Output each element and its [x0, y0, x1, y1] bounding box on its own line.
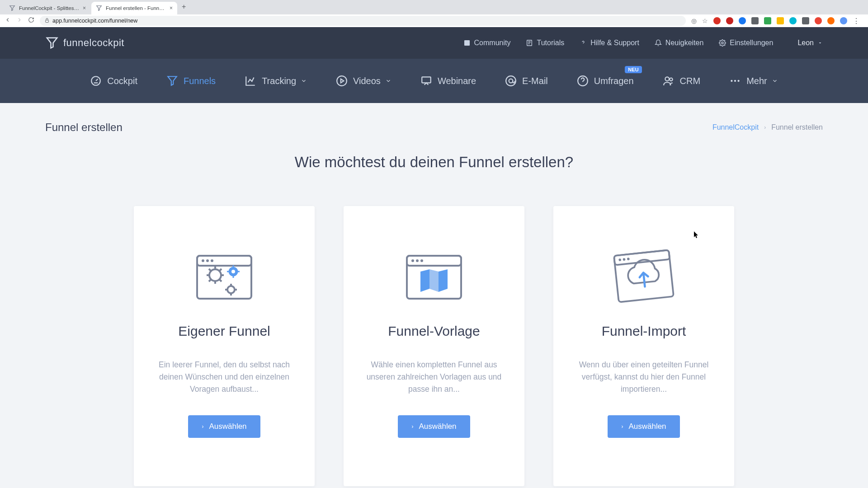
headline: Wie möchtest du deinen Funnel erstellen?: [0, 154, 868, 171]
url-field[interactable]: app.funnelcockpit.com/funnel/new: [40, 16, 686, 26]
svg-rect-41: [407, 256, 461, 266]
support-link[interactable]: Hilfe & Support: [580, 39, 639, 47]
news-link[interactable]: Neuigkeiten: [655, 39, 704, 47]
close-icon[interactable]: ×: [170, 5, 173, 11]
avatar-icon[interactable]: [840, 17, 847, 24]
funnel-favicon: [9, 5, 15, 11]
svg-point-12: [731, 80, 732, 82]
url-text: app.funnelcockpit.com/funnel/new: [52, 18, 137, 24]
ext-icon[interactable]: ◎: [691, 17, 697, 24]
button-label: Auswählen: [419, 422, 456, 431]
nav-tracking[interactable]: Tracking: [245, 75, 307, 87]
nav-email[interactable]: E-Mail: [505, 75, 548, 87]
community-link[interactable]: Community: [463, 39, 511, 47]
link-label: Tutorials: [537, 39, 564, 47]
new-tab-button[interactable]: +: [178, 3, 189, 11]
svg-point-42: [411, 259, 414, 262]
back-button[interactable]: [5, 17, 11, 25]
svg-rect-0: [46, 20, 49, 22]
template-illustration: [400, 247, 468, 305]
top-links: Community Tutorials Hilfe & Support Neui…: [463, 39, 823, 47]
star-icon[interactable]: ☆: [702, 17, 708, 24]
ext-icon[interactable]: [815, 17, 822, 24]
nav-videos[interactable]: Videos: [336, 75, 392, 87]
page-header: Funnel erstellen FunnelCockpit › Funnel …: [0, 103, 868, 138]
svg-point-5: [337, 76, 347, 86]
svg-point-49: [627, 258, 630, 260]
svg-point-19: [211, 259, 213, 262]
more-icon: [729, 75, 741, 87]
nav-webinare[interactable]: Webinare: [420, 75, 476, 87]
ext-icon[interactable]: [726, 17, 733, 24]
link-label: Einstellungen: [730, 39, 773, 47]
ext-icon[interactable]: [789, 17, 797, 24]
ext-icon[interactable]: [764, 17, 771, 24]
nav-cockpit[interactable]: Cockpit: [90, 75, 137, 87]
url-bar: app.funnelcockpit.com/funnel/new ◎ ☆ ⋮: [0, 14, 868, 27]
user-menu[interactable]: Leon: [797, 39, 823, 47]
nav-umfragen[interactable]: Umfragen NEU: [577, 75, 634, 87]
card-own-funnel: Eigener Funnel Ein leerer Funnel, den du…: [134, 206, 315, 486]
svg-rect-46: [614, 250, 670, 265]
ext-icon[interactable]: [751, 17, 759, 24]
nav-mehr[interactable]: Mehr: [729, 75, 778, 87]
card-import: Funnel-Import Wenn du über einen geteilt…: [553, 206, 734, 486]
nav-label: E-Mail: [522, 76, 548, 86]
button-label: Auswählen: [628, 422, 666, 431]
ext-icon[interactable]: [739, 17, 746, 24]
chevron-down-icon: [301, 78, 307, 84]
svg-rect-1: [464, 40, 470, 46]
user-name: Leon: [797, 39, 814, 47]
nav-label: Webinare: [438, 76, 476, 86]
card-desc: Wenn du über einen geteilten Funnel verf…: [571, 359, 716, 395]
chevron-down-icon: [817, 40, 823, 46]
browser-tab-2[interactable]: Funnel erstellen - FunnelCock… ×: [91, 2, 177, 14]
card-title: Funnel-Import: [602, 324, 686, 339]
browser-tabs: FunnelCockpit - Splittests, Ma… × Funnel…: [0, 0, 868, 14]
chart-icon: [245, 75, 256, 87]
forward-button[interactable]: [16, 17, 23, 25]
ext-icon[interactable]: [802, 17, 809, 24]
funnel-icon: [166, 75, 178, 87]
nav-label: Umfragen: [594, 76, 634, 86]
menu-icon[interactable]: ⋮: [853, 17, 860, 25]
reload-button[interactable]: [28, 17, 34, 25]
card-template: Funnel-Vorlage Wähle einen kompletten Fu…: [344, 206, 524, 486]
ext-icon[interactable]: [713, 17, 721, 24]
select-import-button[interactable]: › Auswählen: [608, 415, 679, 438]
card-title: Eigener Funnel: [178, 324, 270, 339]
select-own-button[interactable]: › Auswählen: [188, 415, 260, 438]
funnel-favicon: [96, 5, 102, 11]
svg-point-48: [623, 258, 625, 261]
nav-label: Cockpit: [107, 76, 137, 86]
logo[interactable]: funnelcockpit: [45, 36, 124, 50]
ext-icon[interactable]: [827, 17, 835, 24]
nav-funnels[interactable]: Funnels: [166, 75, 216, 87]
tutorials-link[interactable]: Tutorials: [526, 39, 564, 47]
svg-line-28: [209, 279, 211, 282]
breadcrumb-current: Funnel erstellen: [771, 123, 823, 131]
svg-point-43: [416, 259, 419, 262]
select-template-button[interactable]: › Auswählen: [398, 415, 470, 438]
chevron-down-icon: [385, 78, 392, 84]
nav-crm[interactable]: CRM: [663, 75, 701, 87]
link-label: Hilfe & Support: [590, 39, 639, 47]
settings-link[interactable]: Einstellungen: [719, 39, 773, 47]
card-desc: Wähle einen kompletten Funnel aus unsere…: [362, 359, 506, 395]
card-title: Funnel-Vorlage: [388, 324, 480, 339]
svg-point-35: [227, 286, 235, 293]
ext-icon[interactable]: [777, 17, 784, 24]
svg-point-10: [665, 77, 669, 81]
svg-line-27: [219, 279, 222, 282]
cards: Eigener Funnel Ein leerer Funnel, den du…: [0, 206, 868, 486]
breadcrumb-root[interactable]: FunnelCockpit: [712, 123, 759, 131]
breadcrumb: FunnelCockpit › Funnel erstellen: [712, 123, 823, 131]
own-funnel-illustration: [190, 247, 258, 305]
svg-point-17: [202, 259, 204, 262]
browser-tab-1[interactable]: FunnelCockpit - Splittests, Ma… ×: [5, 2, 90, 14]
svg-point-13: [734, 80, 736, 82]
page-title: Funnel erstellen: [45, 121, 123, 134]
close-icon[interactable]: ×: [83, 5, 86, 11]
browser-chrome: FunnelCockpit - Splittests, Ma… × Funnel…: [0, 0, 868, 27]
at-icon: [505, 75, 517, 87]
